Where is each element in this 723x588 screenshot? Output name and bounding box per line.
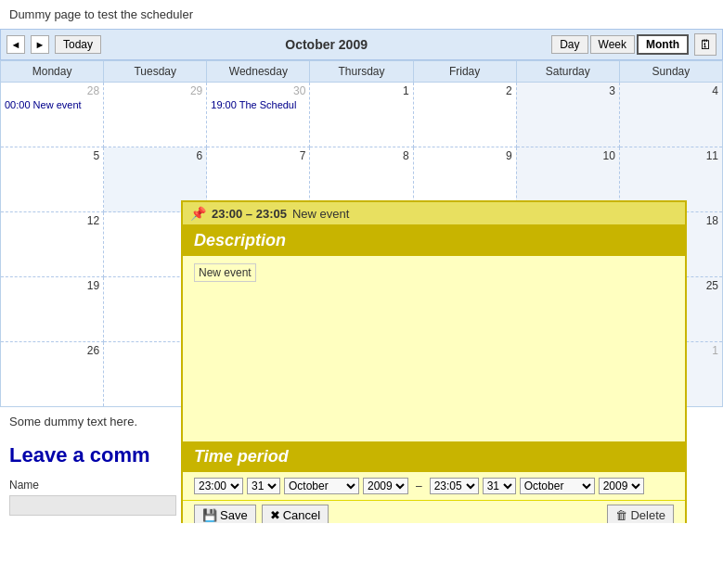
day-number: 12	[5, 214, 99, 227]
delete-icon: 🗑	[615, 508, 627, 522]
save-label: Save	[220, 508, 248, 522]
day-number: 3	[521, 84, 615, 97]
calendar-cell[interactable]: 4	[619, 83, 722, 147]
description-section-title: Description	[183, 225, 685, 256]
calendar-cell[interactable]: 19	[1, 277, 104, 342]
end-month-select[interactable]: JanuaryFebruaryMarchAprilMayJuneJulyAugu…	[520, 478, 595, 494]
calendar-cell[interactable]: 3019:00 The Schedul	[207, 83, 310, 147]
popup-time-range: 23:00 – 23:05	[212, 207, 287, 221]
start-day-select[interactable]: 1234567891011121314151617181920212223242…	[247, 478, 280, 494]
end-time-select[interactable]: 00:0001:0002:0003:0004:0005:0006:0007:00…	[430, 478, 479, 494]
day-number: 29	[108, 84, 202, 97]
end-year-select[interactable]: 20072008200920102011	[599, 478, 644, 494]
weekday-header-cell: Saturday	[516, 61, 619, 83]
day-number: 6	[108, 149, 202, 162]
time-period-section-title: Time period	[183, 441, 685, 472]
day-number: 11	[624, 149, 718, 162]
calendar-cell[interactable]: 26	[1, 342, 104, 407]
weekday-header-cell: Tuesday	[104, 61, 207, 83]
day-number: 8	[314, 149, 408, 162]
weekday-header-cell: Monday	[1, 61, 104, 83]
day-view-button[interactable]: Day	[551, 35, 587, 54]
cancel-button[interactable]: ✖ Cancel	[262, 505, 329, 523]
save-button[interactable]: 💾 Save	[194, 505, 256, 523]
prev-button[interactable]: ◄	[6, 35, 25, 54]
day-number: 26	[5, 344, 99, 357]
calendar-cell[interactable]: 2800:00 New event	[1, 83, 104, 147]
start-year-select[interactable]: 20072008200920102011	[363, 478, 408, 494]
calendar-cell[interactable]: 1	[310, 83, 413, 147]
time-separator: –	[416, 479, 422, 492]
start-month-select[interactable]: JanuaryFebruaryMarchAprilMayJuneJulyAugu…	[284, 478, 359, 494]
day-number: 5	[5, 149, 99, 162]
weekday-header-cell: Wednesday	[207, 61, 310, 83]
cancel-label: Cancel	[283, 508, 320, 522]
month-view-button[interactable]: Month	[637, 34, 689, 55]
day-number: 10	[521, 149, 615, 162]
day-number: 9	[418, 149, 512, 162]
delete-button[interactable]: 🗑 Delete	[607, 505, 674, 523]
name-input[interactable]	[9, 495, 176, 516]
calendar-cell[interactable]: 3	[516, 83, 619, 147]
day-number: 7	[211, 149, 305, 162]
day-number: 2	[418, 84, 512, 97]
popup-actions: 💾 Save ✖ Cancel 🗑 Delete	[183, 500, 685, 523]
calendar-icon-button[interactable]: 🗓	[694, 33, 717, 56]
time-period-row: 00:0001:0002:0003:0004:0005:0006:0007:00…	[183, 472, 685, 500]
day-number: 28	[5, 84, 99, 97]
weekday-header-cell: Friday	[413, 61, 516, 83]
page-title: Dummy page to test the scheduler	[0, 0, 723, 29]
day-number: 19	[5, 279, 99, 292]
day-number: 30	[211, 84, 305, 97]
delete-label: Delete	[630, 508, 665, 522]
calendar-header: ◄ ► Today October 2009 Day Week Month 🗓	[0, 29, 723, 60]
popup-event-name: New event	[292, 207, 349, 221]
event-popup: 📌 23:00 – 23:05 New event Description Ne…	[181, 200, 687, 523]
next-button[interactable]: ►	[31, 35, 49, 54]
calendar-cell[interactable]: 5	[1, 147, 104, 212]
view-buttons: Day Week Month	[551, 34, 689, 55]
day-number: 1	[314, 84, 408, 97]
day-number: 4	[624, 84, 718, 97]
calendar-cell[interactable]: 2	[413, 83, 516, 147]
weekday-header-cell: Thursday	[310, 61, 413, 83]
calendar-cell[interactable]: 29	[104, 83, 207, 147]
save-icon: 💾	[202, 508, 217, 522]
description-area: New event	[183, 256, 685, 441]
week-view-button[interactable]: Week	[590, 35, 635, 54]
calendar-cell[interactable]: 12	[1, 212, 104, 277]
start-time-select[interactable]: 00:0001:0002:0003:0004:0005:0006:0007:00…	[194, 478, 243, 494]
month-year-label: October 2009	[114, 37, 538, 52]
today-button[interactable]: Today	[55, 35, 101, 54]
end-day-select[interactable]: 1234567891011121314151617181920212223242…	[483, 478, 516, 494]
cancel-icon: ✖	[270, 508, 280, 522]
pin-icon: 📌	[190, 206, 206, 221]
description-text: New event	[194, 263, 256, 282]
weekday-header-cell: Sunday	[619, 61, 722, 83]
popup-action-left: 💾 Save ✖ Cancel	[194, 505, 329, 523]
calendar-event[interactable]: 19:00 The Schedul	[211, 99, 305, 110]
calendar-event[interactable]: 00:00 New event	[5, 99, 99, 110]
popup-header: 📌 23:00 – 23:05 New event	[183, 202, 685, 225]
